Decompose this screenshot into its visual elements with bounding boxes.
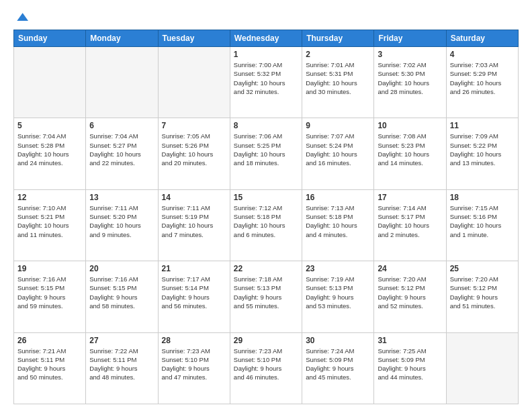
day-info: Sunrise: 7:01 AM Sunset: 5:31 PM Dayligh… [306, 60, 370, 96]
day-number: 27 [89, 336, 154, 345]
day-info: Sunrise: 7:17 AM Sunset: 5:14 PM Dayligh… [162, 275, 226, 310]
calendar-cell: 5Sunrise: 7:04 AM Sunset: 5:28 PM Daylig… [14, 118, 86, 189]
calendar-cell: 28Sunrise: 7:23 AM Sunset: 5:10 PM Dayli… [158, 332, 230, 404]
day-info: Sunrise: 7:25 AM Sunset: 5:09 PM Dayligh… [378, 347, 442, 382]
header [13, 11, 519, 24]
calendar-cell: 3Sunrise: 7:02 AM Sunset: 5:30 PM Daylig… [374, 47, 446, 118]
calendar-cell: 24Sunrise: 7:20 AM Sunset: 5:12 PM Dayli… [374, 261, 446, 332]
day-number: 30 [306, 336, 370, 345]
day-info: Sunrise: 7:20 AM Sunset: 5:12 PM Dayligh… [450, 275, 515, 310]
day-number: 2 [306, 50, 370, 59]
day-info: Sunrise: 7:14 AM Sunset: 5:17 PM Dayligh… [378, 203, 442, 239]
weekday-header-saturday: Saturday [446, 30, 518, 47]
calendar-week-0: 1Sunrise: 7:00 AM Sunset: 5:32 PM Daylig… [14, 47, 519, 118]
calendar-cell: 15Sunrise: 7:12 AM Sunset: 5:18 PM Dayli… [230, 189, 302, 261]
calendar-cell: 10Sunrise: 7:08 AM Sunset: 5:23 PM Dayli… [374, 118, 446, 189]
calendar-week-3: 19Sunrise: 7:16 AM Sunset: 5:15 PM Dayli… [14, 261, 519, 332]
day-number: 28 [162, 336, 226, 345]
calendar-cell: 8Sunrise: 7:06 AM Sunset: 5:25 PM Daylig… [230, 118, 302, 189]
day-number: 12 [17, 193, 82, 202]
day-number: 26 [17, 336, 82, 345]
calendar-week-2: 12Sunrise: 7:10 AM Sunset: 5:21 PM Dayli… [14, 189, 519, 261]
day-info: Sunrise: 7:23 AM Sunset: 5:10 PM Dayligh… [234, 347, 298, 382]
day-info: Sunrise: 7:16 AM Sunset: 5:15 PM Dayligh… [17, 275, 82, 310]
day-info: Sunrise: 7:07 AM Sunset: 5:24 PM Dayligh… [306, 132, 370, 167]
calendar-body: 1Sunrise: 7:00 AM Sunset: 5:32 PM Daylig… [14, 47, 519, 404]
day-number: 24 [378, 264, 442, 273]
calendar-cell: 17Sunrise: 7:14 AM Sunset: 5:17 PM Dayli… [374, 189, 446, 261]
day-info: Sunrise: 7:12 AM Sunset: 5:18 PM Dayligh… [234, 203, 298, 239]
weekday-header-monday: Monday [86, 30, 158, 47]
svg-marker-0 [17, 13, 28, 21]
calendar-cell: 19Sunrise: 7:16 AM Sunset: 5:15 PM Dayli… [14, 261, 86, 332]
calendar-cell [446, 332, 518, 404]
weekday-header-wednesday: Wednesday [230, 30, 302, 47]
calendar-cell: 21Sunrise: 7:17 AM Sunset: 5:14 PM Dayli… [158, 261, 230, 332]
calendar-cell: 2Sunrise: 7:01 AM Sunset: 5:31 PM Daylig… [302, 47, 374, 118]
day-info: Sunrise: 7:11 AM Sunset: 5:20 PM Dayligh… [89, 203, 154, 239]
day-number: 3 [378, 50, 442, 59]
day-info: Sunrise: 7:04 AM Sunset: 5:28 PM Dayligh… [17, 132, 82, 167]
calendar-week-4: 26Sunrise: 7:21 AM Sunset: 5:11 PM Dayli… [14, 332, 519, 404]
weekday-header-tuesday: Tuesday [158, 30, 230, 47]
calendar-header: SundayMondayTuesdayWednesdayThursdayFrid… [14, 30, 519, 47]
day-info: Sunrise: 7:16 AM Sunset: 5:15 PM Dayligh… [89, 275, 154, 310]
day-info: Sunrise: 7:15 AM Sunset: 5:16 PM Dayligh… [450, 203, 515, 239]
calendar-cell: 9Sunrise: 7:07 AM Sunset: 5:24 PM Daylig… [302, 118, 374, 189]
day-number: 15 [234, 193, 298, 202]
calendar-cell: 1Sunrise: 7:00 AM Sunset: 5:32 PM Daylig… [230, 47, 302, 118]
calendar-cell: 20Sunrise: 7:16 AM Sunset: 5:15 PM Dayli… [86, 261, 158, 332]
calendar-cell: 27Sunrise: 7:22 AM Sunset: 5:11 PM Dayli… [86, 332, 158, 404]
day-number: 17 [378, 193, 442, 202]
calendar-cell: 16Sunrise: 7:13 AM Sunset: 5:18 PM Dayli… [302, 189, 374, 261]
day-number: 1 [234, 50, 298, 59]
day-number: 29 [234, 336, 298, 345]
day-number: 8 [234, 121, 298, 130]
day-info: Sunrise: 7:05 AM Sunset: 5:26 PM Dayligh… [162, 132, 226, 167]
logo-icon [15, 11, 28, 24]
day-info: Sunrise: 7:22 AM Sunset: 5:11 PM Dayligh… [89, 347, 154, 382]
weekday-header-sunday: Sunday [14, 30, 86, 47]
day-number: 9 [306, 121, 370, 130]
calendar-cell: 18Sunrise: 7:15 AM Sunset: 5:16 PM Dayli… [446, 189, 518, 261]
day-info: Sunrise: 7:24 AM Sunset: 5:09 PM Dayligh… [306, 347, 370, 382]
day-info: Sunrise: 7:19 AM Sunset: 5:13 PM Dayligh… [306, 275, 370, 310]
day-number: 31 [378, 336, 442, 345]
day-number: 20 [89, 264, 154, 273]
day-info: Sunrise: 7:18 AM Sunset: 5:13 PM Dayligh… [234, 275, 298, 310]
calendar-cell: 22Sunrise: 7:18 AM Sunset: 5:13 PM Dayli… [230, 261, 302, 332]
calendar-cell [86, 47, 158, 118]
weekday-header-friday: Friday [374, 30, 446, 47]
day-info: Sunrise: 7:20 AM Sunset: 5:12 PM Dayligh… [378, 275, 442, 310]
day-info: Sunrise: 7:13 AM Sunset: 5:18 PM Dayligh… [306, 203, 370, 239]
calendar-cell: 31Sunrise: 7:25 AM Sunset: 5:09 PM Dayli… [374, 332, 446, 404]
day-number: 21 [162, 264, 226, 273]
weekday-row: SundayMondayTuesdayWednesdayThursdayFrid… [14, 30, 519, 47]
calendar-cell: 7Sunrise: 7:05 AM Sunset: 5:26 PM Daylig… [158, 118, 230, 189]
day-number: 18 [450, 193, 515, 202]
day-info: Sunrise: 7:06 AM Sunset: 5:25 PM Dayligh… [234, 132, 298, 167]
day-info: Sunrise: 7:11 AM Sunset: 5:19 PM Dayligh… [162, 203, 226, 239]
page: SundayMondayTuesdayWednesdayThursdayFrid… [0, 0, 532, 411]
calendar-cell: 4Sunrise: 7:03 AM Sunset: 5:29 PM Daylig… [446, 47, 518, 118]
day-number: 23 [306, 264, 370, 273]
calendar-cell [158, 47, 230, 118]
calendar-cell: 12Sunrise: 7:10 AM Sunset: 5:21 PM Dayli… [14, 189, 86, 261]
day-number: 6 [89, 121, 154, 130]
day-number: 19 [17, 264, 82, 273]
day-info: Sunrise: 7:02 AM Sunset: 5:30 PM Dayligh… [378, 60, 442, 96]
day-info: Sunrise: 7:21 AM Sunset: 5:11 PM Dayligh… [17, 347, 82, 382]
calendar-cell: 26Sunrise: 7:21 AM Sunset: 5:11 PM Dayli… [14, 332, 86, 404]
day-info: Sunrise: 7:03 AM Sunset: 5:29 PM Dayligh… [450, 60, 515, 96]
day-number: 10 [378, 121, 442, 130]
logo [13, 11, 28, 24]
day-number: 5 [17, 121, 82, 130]
calendar-cell: 11Sunrise: 7:09 AM Sunset: 5:22 PM Dayli… [446, 118, 518, 189]
calendar-cell: 25Sunrise: 7:20 AM Sunset: 5:12 PM Dayli… [446, 261, 518, 332]
day-number: 11 [450, 121, 515, 130]
calendar-week-1: 5Sunrise: 7:04 AM Sunset: 5:28 PM Daylig… [14, 118, 519, 189]
day-info: Sunrise: 7:08 AM Sunset: 5:23 PM Dayligh… [378, 132, 442, 167]
day-number: 13 [89, 193, 154, 202]
day-info: Sunrise: 7:10 AM Sunset: 5:21 PM Dayligh… [17, 203, 82, 239]
day-number: 14 [162, 193, 226, 202]
